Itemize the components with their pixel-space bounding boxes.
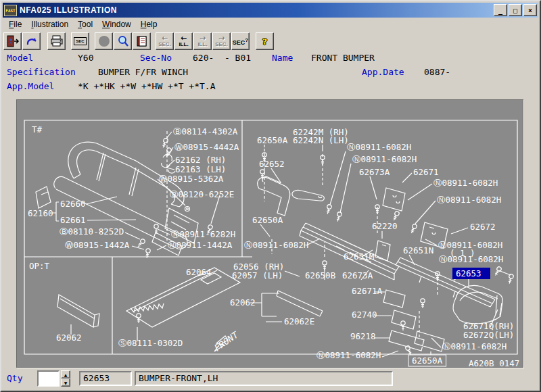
- part-label-089116082h[interactable]: Ⓝ08911-6082H: [316, 350, 381, 360]
- part-label-62672[interactable]: 62672: [470, 222, 496, 232]
- qty-label: Qty: [7, 373, 22, 383]
- mark-button[interactable]: [95, 32, 113, 50]
- part-label-62671a[interactable]: 62671A: [352, 286, 383, 296]
- part-label-089154442a[interactable]: Ⓦ08915-4442A: [174, 142, 239, 152]
- part-label-opt: OP:T: [29, 261, 50, 271]
- part-label-62652[interactable]: 62652: [259, 159, 285, 169]
- menu-file[interactable]: File: [4, 19, 26, 30]
- part-label-089155362a[interactable]: Ⓦ08915-5362A: [159, 174, 224, 184]
- part-label-62062e[interactable]: 62062E: [284, 316, 314, 326]
- prev-ill-button[interactable]: ← ILL.: [174, 32, 193, 50]
- next-ill-button[interactable]: → ILL.: [193, 32, 212, 50]
- part-label-62671[interactable]: 62671: [413, 167, 439, 177]
- part-label-089116282h[interactable]: Ⓝ08911-6282H: [171, 229, 235, 239]
- part-label-081110302d[interactable]: Ⓢ08111-0302D: [118, 338, 183, 348]
- sec-search-button[interactable]: SEC?: [231, 32, 250, 50]
- prev-sec-button[interactable]: ← SEC.: [156, 32, 174, 50]
- sec-button[interactable]: SEC: [71, 32, 89, 50]
- part-label-089116082h[interactable]: Ⓝ08911-6082H: [352, 154, 417, 164]
- part-label-62650b[interactable]: 62650B: [305, 270, 335, 280]
- exit-button[interactable]: [3, 32, 22, 50]
- part-label-62062[interactable]: 62062: [56, 333, 82, 343]
- part-label-089116082h[interactable]: Ⓝ08911-6082H: [433, 178, 498, 188]
- name-label: Name: [272, 53, 293, 63]
- help-button[interactable]: ?: [256, 32, 274, 50]
- qty-spin-up[interactable]: ▲: [61, 370, 70, 378]
- part-label-62064[interactable]: 62064: [186, 267, 212, 277]
- zoom-button[interactable]: [114, 32, 132, 50]
- part-label-62062[interactable]: 62062: [230, 297, 256, 308]
- undo-button[interactable]: [22, 32, 41, 50]
- part-label-62220[interactable]: 62220: [372, 221, 398, 231]
- secno-label: Sec-No: [140, 53, 172, 63]
- exit-door-icon: [6, 35, 20, 47]
- appdate-label: App.Date: [362, 67, 404, 77]
- part-label-62162rh[interactable]: 62162 (RH): [175, 155, 226, 165]
- appmodel-label: App.Model: [7, 81, 54, 91]
- part-label-a620b0147: A620B 0147: [469, 358, 519, 367]
- part-label-089151442a[interactable]: Ⓦ08915-1442A: [65, 240, 130, 250]
- catalog-button[interactable]: [133, 32, 151, 50]
- part-label-62057lh[interactable]: 62057 (LH): [232, 270, 283, 280]
- circle-icon: [99, 36, 110, 47]
- minimize-button[interactable]: _: [494, 4, 507, 16]
- model-label: Model: [7, 53, 33, 63]
- part-label-081144302a[interactable]: Ⓑ08114-4302A: [173, 126, 238, 137]
- part-label-62672qlh[interactable]: 62672Q(LH): [463, 330, 514, 340]
- part-label-62160[interactable]: 62160: [28, 208, 53, 218]
- part-label-62651n[interactable]: 62651N: [403, 245, 433, 255]
- window-title: NFA025 ILLUSTRATION: [20, 5, 492, 15]
- maximize-button[interactable]: □: [509, 4, 522, 16]
- part-label-089116082h[interactable]: Ⓝ08911-6082H: [442, 341, 507, 351]
- magnifier-icon: [116, 35, 130, 47]
- book-icon: [135, 35, 149, 47]
- part-label-089111442a[interactable]: Ⓝ08911-1442A: [168, 240, 233, 250]
- part-label-62661[interactable]: 62661: [60, 215, 86, 225]
- menu-tool[interactable]: Tool: [73, 19, 97, 30]
- part-label-62660[interactable]: 62660: [60, 199, 86, 209]
- part-name-field[interactable]: BUMPER-FRONT,LH: [135, 371, 393, 386]
- sec-box-icon: SEC: [74, 37, 86, 45]
- part-label-62650a[interactable]: 62650A: [412, 356, 443, 366]
- part-label-089116082h[interactable]: Ⓝ08911-6082H: [439, 254, 503, 264]
- question-icon: ?: [245, 37, 248, 43]
- print-button[interactable]: [47, 32, 66, 50]
- illustration-canvas[interactable]: T#Ⓑ08114-4302AⓌ08915-4442A62162 (RH)6216…: [16, 99, 523, 368]
- next-sec-button[interactable]: → SEC.: [212, 32, 231, 50]
- part-label-96218[interactable]: 96218: [350, 331, 376, 341]
- qty-spin-down[interactable]: ▼: [61, 378, 70, 387]
- part-label-62673a[interactable]: 62673A: [342, 270, 373, 280]
- sec-search-label: SEC: [233, 39, 245, 46]
- part-label-081206252e[interactable]: Ⓑ08120-6252E: [170, 189, 234, 199]
- name-value: FRONT BUMPER: [311, 53, 375, 63]
- menu-illustration[interactable]: Illustration: [26, 19, 73, 30]
- printer-icon: [50, 35, 64, 47]
- part-label-081108252d[interactable]: Ⓑ08110-8252D: [60, 226, 124, 237]
- prev-ill-label: ILL.: [179, 42, 188, 47]
- part-label-62650a[interactable]: 62650A: [252, 215, 283, 225]
- next-sec-label: SEC.: [215, 42, 228, 47]
- model-value: Y60: [78, 53, 93, 63]
- part-label-62163lh[interactable]: 62163 (LH): [175, 164, 226, 174]
- appmodel-value: *K +*HK +*W +*HW +*T +*T.A: [78, 81, 216, 91]
- close-button[interactable]: ×: [523, 4, 537, 16]
- part-label-62242nlh[interactable]: 62242N (LH): [293, 135, 349, 145]
- part-label-089116082h[interactable]: Ⓝ08911-6082H: [347, 142, 411, 152]
- secno-value: 620- - B01: [193, 53, 251, 63]
- part-label-62650a[interactable]: 62650A: [257, 135, 288, 145]
- part-label-089116082h[interactable]: Ⓝ08911-6082H: [244, 240, 308, 250]
- part-label-62651m[interactable]: 62651M: [344, 251, 374, 262]
- qty-input[interactable]: [37, 370, 60, 387]
- menu-help[interactable]: Help: [136, 19, 162, 30]
- undo-arrow-icon: [25, 36, 39, 47]
- next-ill-label: ILL.: [197, 42, 207, 47]
- menu-window[interactable]: Window: [97, 19, 136, 30]
- title-bar[interactable]: FAST NFA025 ILLUSTRATION _ □ ×: [3, 3, 538, 18]
- part-number-field[interactable]: 62653: [79, 371, 132, 386]
- part-label-62673a[interactable]: 62673A: [359, 167, 390, 177]
- part-label-t: T#: [32, 124, 43, 134]
- part-label-62740[interactable]: 62740: [352, 310, 377, 320]
- prev-sec-label: SEC.: [158, 42, 171, 47]
- part-label-089116082h[interactable]: Ⓝ08911-6082H: [437, 195, 501, 205]
- part-label-62653[interactable]: 62653: [456, 268, 481, 278]
